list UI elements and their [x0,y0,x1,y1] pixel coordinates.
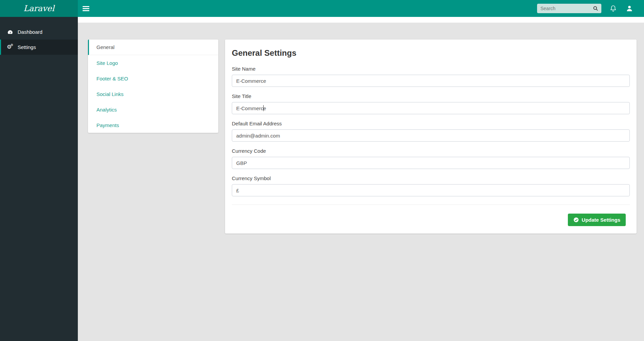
site-title-label: Site Title [232,93,630,99]
bell-icon[interactable] [609,4,618,13]
currency-code-input[interactable] [232,157,630,169]
sidebar: Dashboard ⚙⚙ Settings [0,17,78,341]
field-site-title: Site Title [232,93,630,114]
tab-payments[interactable]: Payments [88,117,218,133]
sidebar-item-label: Dashboard [18,29,42,35]
form-divider [232,204,630,205]
site-title-input[interactable] [232,102,630,114]
field-currency-code: Currency Code [232,148,630,169]
hamburger-icon [83,6,89,7]
site-name-input[interactable] [232,75,630,87]
currency-symbol-label: Currency Symbol [232,175,630,181]
tab-social-links[interactable]: Social Links [88,86,218,102]
text-cursor [263,105,264,111]
general-settings-card: General Settings Site Name Site Title De… [225,40,637,234]
dashboard-icon [7,29,14,35]
field-currency-symbol: Currency Symbol [232,175,630,196]
settings-tabs-card: General Site Logo Footer & SEO Social Li… [88,40,218,133]
currency-symbol-input[interactable] [232,184,630,196]
update-settings-label: Update Settings [582,217,620,223]
navbar-search [537,4,601,13]
search-icon[interactable] [591,4,600,13]
tab-general[interactable]: General [88,40,218,55]
app-logo[interactable]: Laravel [0,0,78,17]
navbar-main [78,0,644,17]
tab-site-logo[interactable]: Site Logo [88,55,218,71]
main-area: ⚙⚙ Settings General Site Logo Footer & S… [78,0,644,234]
gears-icon: ⚙⚙ [7,44,14,50]
currency-code-label: Currency Code [232,148,630,154]
navbar-right [537,4,644,13]
field-site-name: Site Name [232,66,630,87]
content: General Site Logo Footer & SEO Social Li… [78,23,644,234]
tab-footer-seo[interactable]: Footer & SEO [88,71,218,86]
top-navbar: Laravel [0,0,644,17]
default-email-input[interactable] [232,129,630,142]
sidebar-toggle-button[interactable] [78,0,94,17]
hamburger-icon [83,10,89,11]
check-circle-icon [573,217,579,223]
user-icon[interactable] [625,4,634,13]
field-default-email: Default Email Address [232,121,630,142]
card-heading: General Settings [232,48,630,58]
default-email-label: Default Email Address [232,121,630,126]
sidebar-item-settings[interactable]: ⚙⚙ Settings [0,40,78,55]
tab-analytics[interactable]: Analytics [88,102,218,117]
sidebar-item-label: Settings [18,44,36,50]
site-name-label: Site Name [232,66,630,72]
sidebar-item-dashboard[interactable]: Dashboard [0,24,78,40]
button-row: Update Settings [232,214,630,227]
update-settings-button[interactable]: Update Settings [568,214,626,226]
hamburger-icon [83,8,89,9]
